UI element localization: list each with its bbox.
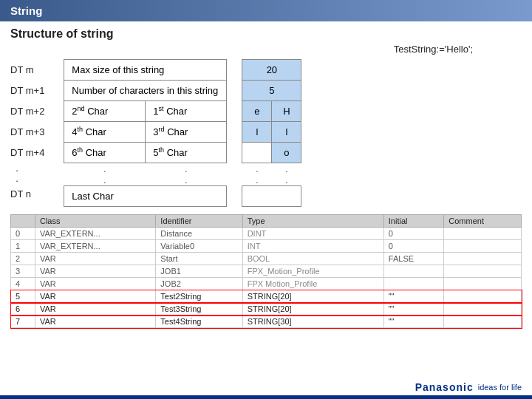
center-row-34: 4th Char 3rd Char [64,122,227,143]
var-cell-2-1: VAR [35,253,155,265]
dt-label-m: DT m [10,59,49,80]
var-cell-3-5 [444,265,522,278]
var-cell-0-5 [444,228,522,240]
var-cell-7-4: "" [383,316,443,328]
header-title: String [10,4,42,17]
var-cell-1-1: VAR_EXTERN... [35,240,155,253]
var-cell-5-1: VAR [35,290,155,303]
center-table: Max size of this string Number of charac… [64,59,227,207]
var-cell-3-3: FPX_Motion_Profile [242,265,383,278]
brand-ideas: ideas for life [478,383,522,392]
center-row-12: 2nd Char 1st Char [64,101,227,122]
var-table-row: 2VARStartBOOLFALSE [11,253,522,265]
right-dot2a: . [242,174,272,186]
var-cell-2-2: Start [156,253,242,265]
var-cell-4-4 [383,278,443,290]
var-cell-6-2: Test3String [156,303,242,316]
var-table-header-row: Class Identifier Type Initial Comment [11,215,522,228]
right-row-eH: e H [242,101,301,122]
var-cell-0-3: DINT [242,228,383,240]
right-dot-row2: . . [242,174,301,186]
center-dot2b: . [146,174,227,186]
brand-panasonic: Panasonic [415,381,474,393]
center-dot-row1: . . [64,163,227,175]
var-cell-0-1: VAR_EXTERN... [35,228,155,240]
var-cell-7-3: STRING[30] [242,316,383,328]
right-row-last [242,186,301,207]
var-col-num [11,215,35,228]
dt-label-n: DT n [10,183,49,204]
dt-label-dot1: . [10,163,49,173]
var-col-comment: Comment [444,215,522,228]
right-cell-5: 5 [242,81,301,101]
var-cell-7-0: 7 [11,316,35,328]
right-cell-e: e [242,101,272,122]
center-dot2a: . [64,174,146,186]
right-cell-l2: l [272,122,301,143]
var-cell-7-5 [444,316,522,328]
var-cell-0-4: 0 [383,228,443,240]
var-table: Class Identifier Type Initial Comment 0V… [10,214,522,328]
right-table: 20 5 e H l l o . . . . [242,59,301,207]
var-cell-6-1: VAR [35,303,155,316]
var-cell-0-2: Distance [156,228,242,240]
var-cell-1-5 [444,240,522,253]
var-cell-6-4: "" [383,303,443,316]
dt-label-m4: DT m+4 [10,142,49,163]
var-cell-7-1: VAR [35,316,155,328]
center-cell-4th: 4th Char [64,122,146,143]
center-cell-6th: 6th Char [64,143,146,163]
var-cell-5-3: STRING[20] [242,290,383,303]
var-cell-3-2: JOB1 [156,265,242,278]
var-table-row: 7VARTest4StringSTRING[30]"" [11,316,522,328]
var-table-row: 6VARTest3StringSTRING[20]"" [11,303,522,316]
right-row-ll: l l [242,122,301,143]
var-cell-2-0: 2 [11,253,35,265]
dt-label-m1: DT m+1 [10,80,49,100]
right-cell-20: 20 [242,60,301,81]
var-cell-4-1: VAR [35,278,155,290]
var-cell-4-2: JOB2 [156,278,242,290]
center-dot-row2: . . [64,174,227,186]
var-col-identifier: Identifier [156,215,242,228]
center-row-last: Last Char [64,186,227,207]
var-table-row: 3VARJOB1FPX_Motion_Profile [11,265,522,278]
center-cell-lastchar: Last Char [64,186,227,207]
var-cell-2-4: FALSE [383,253,443,265]
blue-bar [0,395,532,399]
var-cell-4-3: FPX Motion_Profile [242,278,383,290]
right-dot1a: . [242,163,272,175]
dt-label-dot2: . [10,173,49,183]
right-cell-l1: l [242,122,272,143]
test-string-note: TestString:='Hello'; [0,44,532,55]
right-cell-o: o [272,143,301,163]
dt-labels: DT m DT m+1 DT m+2 DT m+3 DT m+4 . . DT … [10,59,49,204]
var-table-row: 4VARJOB2FPX Motion_Profile [11,278,522,290]
var-cell-3-4 [383,265,443,278]
var-cell-1-0: 1 [11,240,35,253]
right-row-20: 20 [242,60,301,81]
var-cell-4-0: 4 [11,278,35,290]
var-table-row: 0VAR_EXTERN...DistanceDINT0 [11,228,522,240]
var-cell-2-3: BOOL [242,253,383,265]
page-header: String [0,0,532,21]
right-dot1b: . [272,163,301,175]
page-subtitle: Structure of string [0,21,532,44]
right-dot2b: . [272,174,301,186]
var-cell-5-5 [444,290,522,303]
var-cell-6-0: 6 [11,303,35,316]
var-cell-5-4: "" [383,290,443,303]
var-table-row: 1VAR_EXTERN...Variable0INT0 [11,240,522,253]
right-row-5: 5 [242,81,301,101]
var-col-type: Type [242,215,383,228]
var-cell-7-2: Test4String [156,316,242,328]
right-cell-empty [242,143,272,163]
center-row-maxsize: Max size of this string [64,60,227,81]
var-col-initial: Initial [383,215,443,228]
center-cell-5th: 5th Char [146,143,227,163]
right-row-o: o [242,143,301,163]
var-cell-4-5 [444,278,522,290]
var-table-wrapper: Class Identifier Type Initial Comment 0V… [0,207,532,328]
var-cell-1-4: 0 [383,240,443,253]
center-cell-1st: 1st Char [146,101,227,122]
